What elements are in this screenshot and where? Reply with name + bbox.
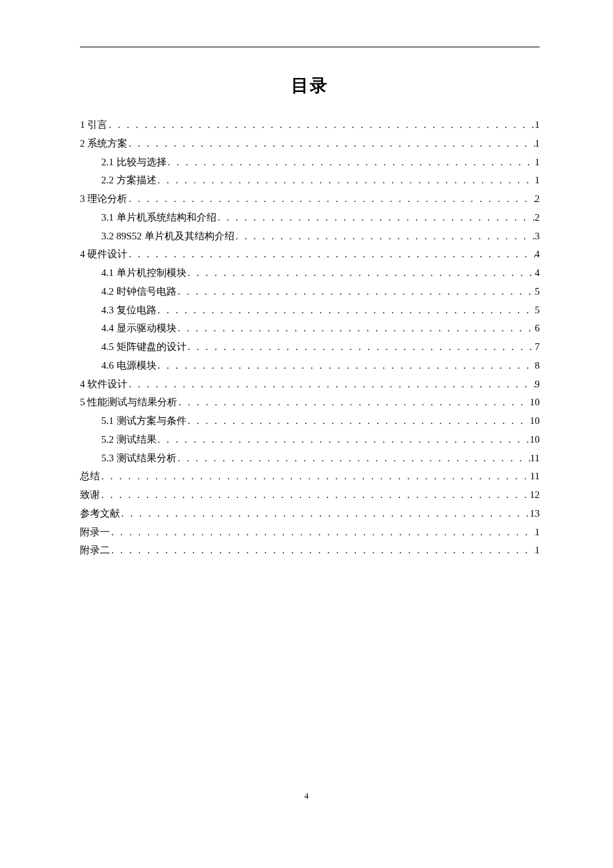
toc-dots bbox=[187, 412, 530, 431]
toc-entry-label: 致谢 bbox=[80, 486, 100, 505]
toc-entry-page: 1 bbox=[535, 153, 540, 172]
toc-entry-label: 5.1 测试方案与条件 bbox=[101, 412, 187, 431]
toc-entry-label: 附录二 bbox=[80, 541, 110, 560]
toc-entry-page: 10 bbox=[530, 393, 540, 412]
toc-entry-label: 5.2 测试结果 bbox=[101, 431, 157, 449]
toc-entry-label: 2.1 比较与选择 bbox=[101, 153, 167, 172]
toc-entry-label: 参考文献 bbox=[80, 505, 120, 523]
toc-entry[interactable]: 附录二1 bbox=[80, 541, 540, 560]
page-number: 4 bbox=[0, 791, 613, 801]
toc-entry-label: 4 硬件设计 bbox=[80, 245, 127, 264]
toc-entry-label: 总结 bbox=[80, 467, 100, 486]
toc-entry-label: 2 系统方案 bbox=[80, 135, 127, 153]
toc-entry[interactable]: 4.4 显示驱动模块6 bbox=[80, 319, 540, 338]
toc-entry-label: 4.5 矩阵键盘的设计 bbox=[101, 338, 187, 357]
toc-entry[interactable]: 5.1 测试方案与条件10 bbox=[80, 412, 540, 431]
toc-entry-label: 3 理论分析 bbox=[80, 190, 127, 209]
toc-entry-label: 1 引言 bbox=[80, 116, 107, 135]
toc-dots bbox=[127, 190, 534, 209]
toc-entry[interactable]: 4 硬件设计4 bbox=[80, 245, 540, 264]
toc-dots bbox=[177, 393, 530, 412]
toc-dots bbox=[187, 264, 535, 283]
toc-entry[interactable]: 致谢12 bbox=[80, 486, 540, 505]
toc-entry-label: 4 软件设计 bbox=[80, 375, 127, 394]
toc-dots bbox=[177, 319, 535, 338]
toc-entry-page: 1 bbox=[535, 135, 540, 153]
document-page: 目录 1 引言12 系统方案12.1 比较与选择12.2 方案描述13 理论分析… bbox=[0, 0, 613, 600]
toc-entry[interactable]: 4.6 电源模块8 bbox=[80, 357, 540, 375]
toc-entry[interactable]: 4.3 复位电路5 bbox=[80, 301, 540, 320]
toc-entry-page: 1 bbox=[535, 523, 540, 542]
toc-entry-page: 2 bbox=[535, 190, 540, 209]
toc-entry-page: 8 bbox=[535, 357, 540, 375]
toc-dots bbox=[167, 153, 535, 172]
toc-entry[interactable]: 5.3 测试结果分析11 bbox=[80, 449, 540, 468]
toc-entry[interactable]: 1 引言1 bbox=[80, 116, 540, 135]
toc-entry[interactable]: 4 软件设计9 bbox=[80, 375, 540, 394]
toc-entry-label: 4.4 显示驱动模块 bbox=[101, 319, 177, 338]
toc-entry-page: 4 bbox=[535, 245, 540, 264]
toc-entry-label: 3.1 单片机系统结构和介绍 bbox=[101, 209, 217, 227]
toc-entry-page: 1 bbox=[535, 116, 540, 135]
toc-entry-page: 10 bbox=[530, 412, 540, 431]
toc-entry[interactable]: 总结11 bbox=[80, 467, 540, 486]
toc-dots bbox=[157, 357, 535, 375]
toc-entry-page: 13 bbox=[530, 505, 540, 523]
toc-entry-page: 6 bbox=[535, 319, 540, 338]
toc-entry-label: 4.3 复位电路 bbox=[101, 301, 157, 320]
toc-entry-page: 11 bbox=[530, 449, 540, 468]
toc-entry[interactable]: 3.2 89S52 单片机及其结构介绍3 bbox=[80, 227, 540, 246]
toc-entry-page: 4 bbox=[535, 264, 540, 283]
toc-dots bbox=[127, 245, 534, 264]
toc-entry-page: 1 bbox=[535, 541, 540, 560]
toc-entry[interactable]: 3 理论分析2 bbox=[80, 190, 540, 209]
toc-entry-label: 4.6 电源模块 bbox=[101, 357, 157, 375]
toc-entry[interactable]: 2.2 方案描述1 bbox=[80, 171, 540, 190]
toc-entry-label: 5 性能测试与结果分析 bbox=[80, 393, 177, 412]
toc-entry-page: 5 bbox=[535, 301, 540, 320]
toc-dots bbox=[157, 171, 535, 190]
toc-dots bbox=[235, 227, 535, 246]
toc-dots bbox=[127, 375, 534, 394]
toc-dots bbox=[100, 467, 530, 486]
toc-dots bbox=[157, 431, 530, 449]
toc-entry-label: 5.3 测试结果分析 bbox=[101, 449, 177, 468]
toc-dots bbox=[100, 486, 530, 505]
toc-entry-page: 3 bbox=[535, 227, 540, 246]
toc-entry-page: 5 bbox=[535, 283, 540, 301]
toc-entry[interactable]: 参考文献13 bbox=[80, 505, 540, 523]
toc-entry[interactable]: 3.1 单片机系统结构和介绍2 bbox=[80, 209, 540, 227]
toc-entry-label: 附录一 bbox=[80, 523, 110, 542]
toc-entry[interactable]: 2.1 比较与选择1 bbox=[80, 153, 540, 172]
toc-entry-page: 12 bbox=[530, 486, 540, 505]
toc-dots bbox=[110, 541, 535, 560]
toc-entry[interactable]: 5 性能测试与结果分析10 bbox=[80, 393, 540, 412]
toc-entry[interactable]: 4.1 单片机控制模块4 bbox=[80, 264, 540, 283]
toc-entry-label: 4.2 时钟信号电路 bbox=[101, 283, 177, 301]
toc-entry-page: 1 bbox=[535, 171, 540, 190]
toc-dots bbox=[107, 116, 534, 135]
toc-dots bbox=[177, 449, 530, 468]
toc-entry-page: 10 bbox=[530, 431, 540, 449]
toc-title: 目录 bbox=[80, 74, 540, 97]
toc-entry-label: 3.2 89S52 单片机及其结构介绍 bbox=[101, 227, 235, 246]
toc-entry-page: 11 bbox=[530, 467, 540, 486]
toc-entry-page: 2 bbox=[535, 209, 540, 227]
toc-dots bbox=[157, 301, 535, 320]
toc-entry-label: 4.1 单片机控制模块 bbox=[101, 264, 187, 283]
toc-dots bbox=[127, 135, 534, 153]
toc-dots bbox=[187, 338, 535, 357]
toc-entry[interactable]: 5.2 测试结果10 bbox=[80, 431, 540, 449]
top-rule bbox=[80, 47, 540, 47]
toc-entry-page: 9 bbox=[535, 375, 540, 394]
toc-entry[interactable]: 附录一1 bbox=[80, 523, 540, 542]
toc-dots bbox=[177, 283, 535, 301]
toc-entry[interactable]: 2 系统方案1 bbox=[80, 135, 540, 153]
toc-dots bbox=[110, 523, 535, 542]
toc-entry-page: 7 bbox=[535, 338, 540, 357]
toc-entry[interactable]: 4.5 矩阵键盘的设计7 bbox=[80, 338, 540, 357]
toc-entry[interactable]: 4.2 时钟信号电路5 bbox=[80, 283, 540, 301]
table-of-contents: 1 引言12 系统方案12.1 比较与选择12.2 方案描述13 理论分析23.… bbox=[80, 116, 540, 560]
toc-entry-label: 2.2 方案描述 bbox=[101, 171, 157, 190]
toc-dots bbox=[120, 505, 530, 523]
